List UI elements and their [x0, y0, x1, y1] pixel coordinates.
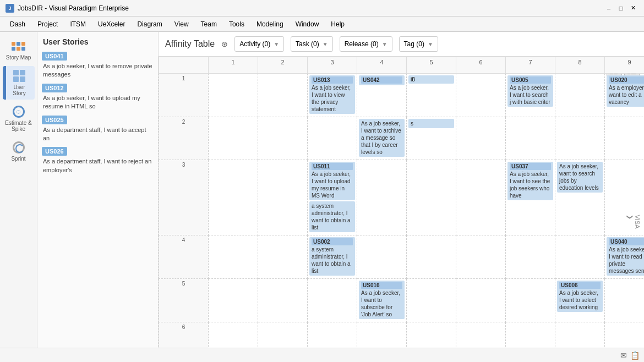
cell-1-3[interactable]: US013 As a job seeker, I want to view th…	[308, 74, 357, 117]
story-card-us026[interactable]: US026 As a department staff, I want to r…	[42, 147, 154, 174]
cell-4-4[interactable]	[357, 235, 407, 279]
cell-3-5[interactable]	[407, 160, 456, 235]
card-us016[interactable]: US016 As a job seeker, I want to subscri…	[359, 281, 405, 319]
cell-3-4[interactable]	[357, 160, 407, 235]
menu-item-itsm[interactable]: ITSM	[64, 19, 91, 30]
card-us037[interactable]: US037 As a job seeker, I want to see the…	[507, 162, 553, 200]
card-edu[interactable]: As a job seeker, want to search jobs by …	[557, 162, 603, 193]
email-icon[interactable]: ✉	[620, 351, 627, 360]
menu-item-diagram[interactable]: Diagram	[132, 19, 167, 30]
cell-3-7[interactable]: US037 As a job seeker, I want to see the…	[506, 160, 555, 235]
cell-1-4[interactable]: US042	[357, 74, 407, 117]
cell-5-9[interactable]	[605, 279, 645, 322]
story-text-us026: As a department staff, I want to reject …	[42, 157, 154, 174]
cell-5-2[interactable]	[258, 279, 308, 322]
cell-2-9[interactable]	[605, 117, 645, 160]
cell-5-3[interactable]	[308, 279, 357, 322]
cell-2-6[interactable]	[456, 117, 506, 160]
col-header-3: 3	[308, 57, 357, 74]
menu-item-tools[interactable]: Tools	[223, 19, 250, 30]
menu-item-help[interactable]: Help	[325, 19, 350, 30]
sidebar-item-user-story[interactable]: User Story	[3, 66, 35, 100]
cell-1-1[interactable]	[209, 74, 258, 117]
cell-2-2[interactable]	[258, 117, 308, 160]
cell-4-5[interactable]	[407, 235, 456, 279]
card-us020[interactable]: US020 As a employer, I want to edit a va…	[607, 75, 644, 107]
cell-1-8[interactable]	[555, 74, 605, 117]
affinity-body[interactable]: 1 2 3 4 5 6 7 8 9 10 1	[159, 57, 644, 362]
cell-4-6[interactable]	[456, 235, 506, 279]
card-us005[interactable]: US005 As a job seeker, I want to search …	[507, 75, 553, 107]
cell-4-8[interactable]	[555, 235, 605, 279]
cell-4-1[interactable]	[209, 235, 258, 279]
card-s[interactable]: s	[408, 119, 454, 128]
sidebar-item-sprint[interactable]: Sprint	[3, 138, 35, 165]
cell-5-4[interactable]: US016 As a job seeker, I want to subscri…	[357, 279, 407, 322]
sidebar-item-estimate-spike[interactable]: ⬡ Estimate & Spike	[3, 102, 35, 135]
card-us002[interactable]: US002 a system administrator, I want to …	[309, 237, 355, 276]
menu-item-modeling[interactable]: Modeling	[251, 19, 289, 30]
cell-2-4[interactable]: As a job seeker, I want to archive a mes…	[357, 117, 407, 160]
cell-2-8[interactable]	[555, 117, 605, 160]
cell-5-8[interactable]: US006 As a job seeker, I want to select …	[555, 279, 605, 322]
release-filter-button[interactable]: Release (0) ▼	[340, 36, 392, 52]
card-i8[interactable]: i8	[408, 75, 454, 84]
menu-item-dash[interactable]: Dash	[4, 19, 31, 30]
sidebar-item-story-map[interactable]: Story Map	[3, 36, 35, 64]
card-us042[interactable]: US042	[359, 75, 405, 85]
card-us040[interactable]: US040 As a job seeker, I want to read pr…	[607, 237, 644, 276]
cell-5-5[interactable]	[407, 279, 456, 322]
user-stories-panel: User Stories US041 As a job seeker, I wa…	[37, 32, 159, 362]
card-text-s: s	[411, 120, 413, 127]
cell-5-6[interactable]	[456, 279, 506, 322]
task-filter-button[interactable]: Task (0) ▼	[291, 36, 333, 52]
story-card-us025[interactable]: US025 As a department staff, I want to a…	[42, 116, 154, 143]
cell-3-2[interactable]	[258, 160, 308, 235]
card-us013[interactable]: US013 As a job seeker, I want to view th…	[309, 75, 355, 114]
main-content: Affinity Table ⊛ Activity (0) ▼ Task (0)…	[159, 32, 644, 362]
menu-item-view[interactable]: View	[169, 19, 194, 30]
cell-1-9[interactable]: US020 As a employer, I want to edit a va…	[605, 74, 645, 117]
card-us011[interactable]: US011 As a job seeker, I want to upload …	[309, 162, 355, 200]
cell-2-7[interactable]	[506, 117, 555, 160]
card-sysadmin-3[interactable]: a system administrator, I want to obtain…	[309, 201, 355, 232]
minimize-button[interactable]: –	[603, 3, 614, 14]
maximize-button[interactable]: □	[615, 3, 626, 14]
table-row: 3 US011 As a job seeker, I want to uploa…	[159, 160, 645, 235]
filter-icon[interactable]: ⊛	[221, 40, 228, 48]
card-r2c4[interactable]: As a job seeker, I want to archive a mes…	[359, 119, 405, 157]
card-us006[interactable]: US006 As a job seeker, I want to select …	[557, 281, 603, 312]
cell-1-7[interactable]: US005 As a job seeker, I want to search …	[506, 74, 555, 117]
cell-1-6[interactable]	[456, 74, 506, 117]
cell-2-1[interactable]	[209, 117, 258, 160]
cell-3-6[interactable]	[456, 160, 506, 235]
row-header-4: 4	[159, 235, 209, 279]
cell-4-3[interactable]: US002 a system administrator, I want to …	[308, 235, 357, 279]
menu-item-team[interactable]: Team	[195, 19, 222, 30]
cell-3-1[interactable]	[209, 160, 258, 235]
cell-2-3[interactable]	[308, 117, 357, 160]
cell-2-5[interactable]: s	[407, 117, 456, 160]
tag-filter-button[interactable]: Tag (0) ▼	[399, 36, 438, 52]
story-card-us041[interactable]: US041 As a job seeker, I want to remove …	[42, 52, 154, 79]
cell-3-8[interactable]: As a job seeker, want to search jobs by …	[555, 160, 605, 235]
menu-item-window[interactable]: Window	[290, 19, 325, 30]
story-card-us012[interactable]: US012 As a job seeker, I want to upload …	[42, 84, 154, 111]
activity-filter-button[interactable]: Activity (0) ▼	[234, 36, 284, 52]
close-button[interactable]: ✕	[627, 3, 638, 14]
cell-5-7[interactable]	[506, 279, 555, 322]
menu-item-project[interactable]: Project	[32, 19, 63, 30]
document-icon[interactable]: 📋	[630, 351, 640, 360]
cell-1-5[interactable]: i8	[407, 74, 456, 117]
cell-4-9[interactable]: US040 As a job seeker, I want to read pr…	[605, 235, 645, 279]
card-text-us002: a system administrator, I want to obtain…	[312, 246, 351, 274]
activity-dropdown-arrow: ▼	[274, 41, 279, 47]
card-text-us016: As a job seeker, I want to subscribe for…	[361, 290, 400, 317]
cell-5-1[interactable]	[209, 279, 258, 322]
cell-3-3[interactable]: US011 As a job seeker, I want to upload …	[308, 160, 357, 235]
scroll-hint-right[interactable]: VISA❯	[626, 213, 642, 229]
cell-4-7[interactable]	[506, 235, 555, 279]
cell-4-2[interactable]	[258, 235, 308, 279]
menu-item-uexceler[interactable]: UeXceler	[92, 19, 130, 30]
cell-1-2[interactable]	[258, 74, 308, 117]
